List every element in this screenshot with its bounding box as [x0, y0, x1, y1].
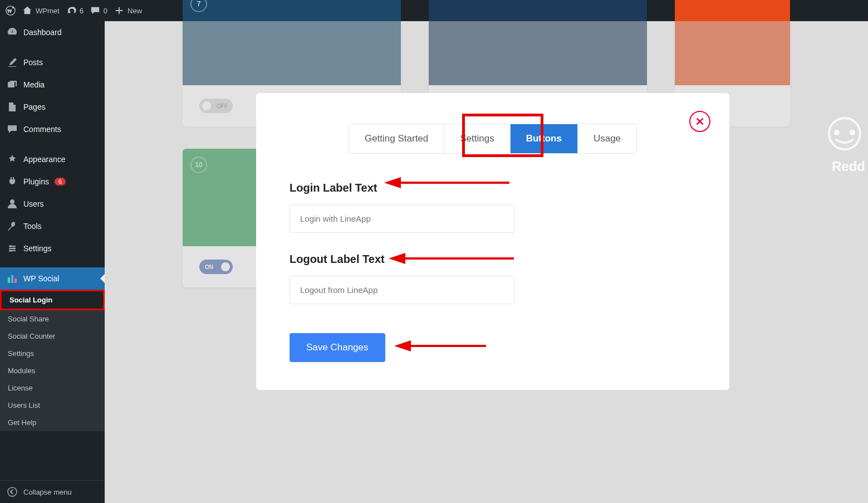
sub-settings[interactable]: Settings	[0, 345, 105, 362]
sub-social-share[interactable]: Social Share	[0, 310, 105, 328]
new-label: New	[127, 7, 142, 15]
tab-settings[interactable]: Settings	[444, 124, 510, 153]
new-link[interactable]: New	[114, 6, 142, 16]
login-label-heading: Login Label Text	[290, 182, 696, 194]
sub-modules[interactable]: Modules	[0, 362, 105, 379]
save-button[interactable]: Save Changes	[290, 333, 385, 362]
svg-point-2	[9, 245, 12, 247]
tab-usage[interactable]: Usage	[578, 124, 636, 153]
nav-pages[interactable]: Pages	[0, 96, 105, 118]
nav-posts[interactable]: Posts	[0, 51, 105, 74]
updates-count: 6	[80, 7, 84, 15]
nav-appearance[interactable]: Appearance	[0, 148, 105, 170]
site-name: WPmet	[36, 7, 60, 15]
wp-logo[interactable]	[6, 6, 16, 16]
sub-get-help[interactable]: Get Help	[0, 414, 105, 431]
svg-rect-5	[8, 277, 10, 283]
card-badge: 7	[190, 0, 207, 12]
tab-buttons[interactable]: Buttons	[511, 124, 578, 153]
plugins-badge: 6	[55, 178, 66, 185]
nav-wpsocial[interactable]: WP Social	[0, 267, 105, 290]
nav-settings[interactable]: Settings	[0, 237, 105, 260]
sub-license[interactable]: License	[0, 379, 105, 397]
svg-point-8	[8, 487, 17, 496]
tab-getting-started[interactable]: Getting Started	[349, 124, 444, 153]
svg-rect-6	[11, 275, 13, 283]
svg-rect-7	[14, 279, 17, 283]
nav-users[interactable]: Users	[0, 193, 105, 215]
login-label-input[interactable]	[290, 204, 515, 233]
svg-point-1	[10, 199, 14, 204]
nav-media[interactable]: Media	[0, 74, 105, 96]
nav-comments[interactable]: Comments	[0, 118, 105, 140]
svg-point-3	[13, 247, 15, 250]
wpsocial-submenu: Social Login Social Share Social Counter…	[0, 290, 105, 431]
site-link[interactable]: WPmet	[22, 6, 60, 16]
admin-sidebar: Dashboard Posts Media Pages Comments App…	[0, 21, 105, 503]
comments-count: 0	[104, 7, 107, 15]
sub-social-counter[interactable]: Social Counter	[0, 328, 105, 345]
close-button[interactable]	[689, 111, 710, 132]
updates-link[interactable]: 6	[66, 6, 84, 16]
svg-point-4	[9, 250, 12, 252]
comments-link[interactable]: 0	[90, 6, 107, 16]
nav-plugins[interactable]: Plugins6	[0, 170, 105, 193]
collapse-menu[interactable]: Collapse menu	[0, 480, 105, 503]
modal-tabs: Getting Started Settings Buttons Usage	[349, 124, 637, 154]
settings-modal: Getting Started Settings Buttons Usage L…	[256, 93, 729, 390]
logout-label-input[interactable]	[290, 276, 515, 304]
nav-tools[interactable]: Tools	[0, 215, 105, 237]
nav-dashboard[interactable]: Dashboard	[0, 21, 105, 43]
sub-social-login[interactable]: Social Login	[0, 290, 105, 310]
sub-users-list[interactable]: Users List	[0, 397, 105, 414]
logout-label-heading: Logout Label Text	[290, 253, 696, 266]
